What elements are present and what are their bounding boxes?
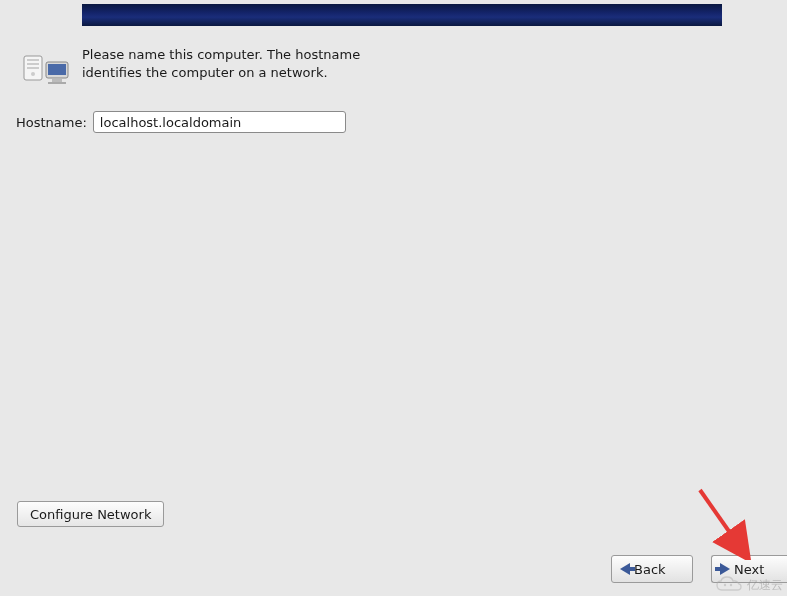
svg-rect-3 <box>27 67 39 69</box>
hostname-label: Hostname: <box>16 115 87 130</box>
hostname-input[interactable] <box>93 111 346 133</box>
svg-rect-8 <box>48 82 66 84</box>
navigation-buttons: Back Next <box>611 555 787 583</box>
hostname-description: Please name this computer. The hostname … <box>82 46 362 81</box>
back-button-label: Back <box>634 562 666 577</box>
svg-point-4 <box>31 72 35 76</box>
info-section: Please name this computer. The hostname … <box>22 46 362 92</box>
svg-rect-6 <box>48 64 66 75</box>
next-button-label: Next <box>734 562 764 577</box>
svg-rect-1 <box>27 59 39 61</box>
configure-network-button[interactable]: Configure Network <box>17 501 164 527</box>
hostname-field-row: Hostname: <box>16 111 346 133</box>
arrow-left-icon <box>620 563 630 575</box>
svg-rect-2 <box>27 63 39 65</box>
svg-rect-7 <box>52 79 62 82</box>
next-button[interactable]: Next <box>711 555 787 583</box>
annotation-arrow-icon <box>692 485 752 560</box>
svg-point-11 <box>724 584 726 586</box>
computer-network-icon <box>22 52 70 92</box>
arrow-right-icon <box>720 563 730 575</box>
svg-point-12 <box>730 584 732 586</box>
back-button[interactable]: Back <box>611 555 693 583</box>
svg-line-10 <box>700 490 740 547</box>
header-banner <box>82 4 722 26</box>
